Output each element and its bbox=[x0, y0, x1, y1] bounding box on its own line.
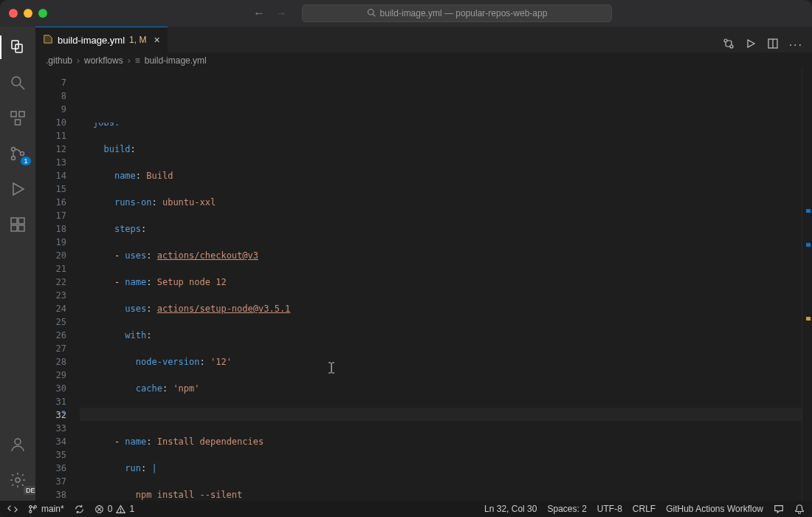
indentation-indicator[interactable]: Spaces: 2 bbox=[547, 504, 586, 514]
svg-point-17 bbox=[15, 439, 21, 445]
problems-indicator[interactable]: 0 1 bbox=[94, 504, 134, 514]
command-center[interactable]: build-image.yml — popular-repos-web-app bbox=[302, 4, 612, 22]
window-controls bbox=[9, 9, 47, 18]
run-debug-tab[interactable] bbox=[0, 174, 35, 204]
file-icon: ≡ bbox=[135, 55, 140, 66]
encoding-indicator[interactable]: UTF-8 bbox=[597, 504, 622, 514]
svg-point-10 bbox=[12, 157, 16, 160]
eol-indicator[interactable]: CRLF bbox=[633, 504, 656, 514]
status-bar: main* 0 1 Ln 32, Col 30 Spaces: 2 UTF-8 … bbox=[0, 501, 812, 517]
tab-status: 1, M bbox=[129, 35, 146, 45]
remote-indicator[interactable] bbox=[7, 504, 18, 514]
svg-marker-21 bbox=[748, 40, 754, 47]
notifications-icon[interactable] bbox=[794, 504, 805, 514]
chevron-right-icon: › bbox=[128, 55, 131, 66]
code-content[interactable]: jobs: build: name: Build runs-on: ubuntu… bbox=[80, 69, 802, 501]
svg-rect-13 bbox=[11, 218, 17, 224]
svg-point-20 bbox=[730, 45, 733, 48]
svg-line-5 bbox=[20, 85, 24, 89]
search-tab[interactable] bbox=[0, 68, 35, 97]
nav-back-button[interactable]: ← bbox=[253, 7, 265, 20]
chevron-right-icon: › bbox=[77, 55, 80, 66]
svg-point-24 bbox=[30, 505, 32, 507]
close-window-button[interactable] bbox=[9, 9, 18, 18]
maximize-window-button[interactable] bbox=[38, 9, 47, 18]
svg-point-4 bbox=[12, 77, 21, 86]
run-file-icon[interactable] bbox=[745, 38, 757, 52]
source-control-tab[interactable]: 1 bbox=[0, 139, 35, 168]
svg-rect-6 bbox=[11, 112, 16, 117]
tab-build-image[interactable]: build-image.yml 1, M × bbox=[35, 27, 168, 52]
svg-point-0 bbox=[368, 9, 374, 15]
svg-marker-12 bbox=[13, 183, 24, 195]
minimize-window-button[interactable] bbox=[24, 9, 32, 18]
minimap[interactable] bbox=[802, 69, 812, 501]
svg-point-18 bbox=[16, 478, 20, 482]
more-actions-icon[interactable]: ··· bbox=[789, 38, 803, 52]
cursor-position[interactable]: Ln 32, Col 30 bbox=[484, 504, 537, 514]
sync-button[interactable] bbox=[75, 504, 84, 514]
compare-changes-icon[interactable] bbox=[723, 38, 734, 52]
svg-rect-14 bbox=[18, 218, 24, 224]
yaml-file-icon bbox=[43, 34, 53, 47]
language-mode[interactable]: GitHub Actions Workflow bbox=[666, 504, 763, 514]
search-icon bbox=[367, 8, 376, 19]
close-tab-button[interactable]: × bbox=[154, 34, 159, 46]
editor-tabs: build-image.yml 1, M × ··· bbox=[35, 27, 812, 52]
svg-point-19 bbox=[724, 39, 727, 42]
tab-filename: build-image.yml bbox=[58, 35, 125, 46]
scm-badge: 1 bbox=[21, 157, 31, 165]
title-bar: ← → build-image.yml — popular-repos-web-… bbox=[0, 0, 812, 27]
breadcrumb-seg[interactable]: workflows bbox=[84, 55, 123, 66]
breadcrumb[interactable]: .github › workflows › ≡ build-image.yml bbox=[35, 52, 812, 69]
feedback-icon[interactable] bbox=[774, 504, 784, 514]
extensions-tab-alt[interactable] bbox=[0, 103, 35, 133]
svg-point-9 bbox=[12, 148, 16, 151]
breadcrumb-seg[interactable]: build-image.yml bbox=[145, 55, 207, 66]
account-button[interactable] bbox=[0, 430, 35, 459]
svg-rect-8 bbox=[16, 120, 21, 125]
editor[interactable]: 7 8 9 10 11 12 13 14 15 16 17 18 19 20 2… bbox=[35, 69, 812, 501]
svg-rect-15 bbox=[11, 225, 17, 231]
svg-point-26 bbox=[34, 505, 36, 507]
line-gutter: 7 8 9 10 11 12 13 14 15 16 17 18 19 20 2… bbox=[35, 69, 80, 501]
command-center-title: build-image.yml — popular-repos-web-app bbox=[380, 8, 548, 18]
breadcrumb-seg[interactable]: .github bbox=[46, 55, 72, 66]
svg-point-31 bbox=[120, 511, 121, 512]
activity-bar: 1 bbox=[0, 27, 35, 501]
svg-rect-7 bbox=[19, 112, 24, 117]
svg-point-25 bbox=[30, 510, 32, 513]
nav-forward-button[interactable]: → bbox=[275, 7, 287, 20]
split-editor-icon[interactable] bbox=[767, 38, 779, 52]
extensions-tab[interactable] bbox=[0, 210, 35, 239]
explorer-tab[interactable] bbox=[0, 32, 35, 62]
branch-indicator[interactable]: main* bbox=[28, 504, 64, 514]
svg-rect-16 bbox=[18, 225, 24, 231]
svg-line-1 bbox=[373, 14, 375, 16]
